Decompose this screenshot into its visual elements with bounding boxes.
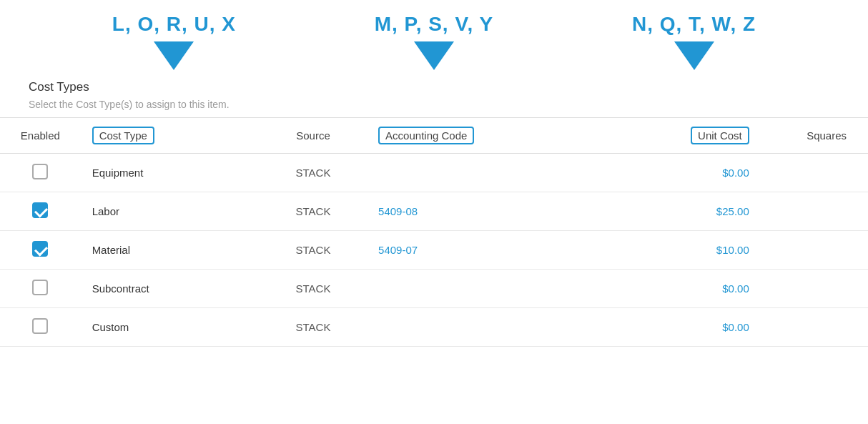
checkbox-row-custom[interactable] (32, 318, 48, 334)
header-cost-type: Cost Type (81, 118, 260, 154)
table-row: LaborSTACK5409-08$25.00 (0, 192, 868, 231)
cell-accounting-row-subcontract (367, 270, 617, 308)
section-title: Cost Types (0, 70, 868, 97)
checkbox-row-labor[interactable] (32, 202, 48, 218)
table-row: EquipmentSTACK$0.00 (0, 154, 868, 192)
cost-table-wrapper: Enabled Cost Type Source Accounting Code… (0, 117, 868, 347)
cell-source-row-equipment: STACK (260, 154, 367, 192)
arrow-group-nqtwz: N, Q, T, W, Z (632, 13, 756, 70)
cell-accounting-row-custom (367, 308, 617, 347)
cell-unit-cost-row-material: $10.00 (618, 231, 761, 270)
checkbox-row-material[interactable] (32, 241, 48, 257)
section-subtitle: Select the Cost Type(s) to assign to thi… (0, 97, 868, 117)
cell-cost-type-row-custom: Custom (81, 308, 260, 347)
cell-accounting-row-labor[interactable]: 5409-08 (367, 192, 617, 231)
cell-source-row-custom: STACK (260, 308, 367, 347)
table-row: CustomSTACK$0.00 (0, 308, 868, 347)
arrow-down-nqtwz (674, 41, 714, 70)
table-header-row: Enabled Cost Type Source Accounting Code… (0, 118, 868, 154)
cell-squares-row-custom (761, 308, 868, 347)
cell-squares-row-subcontract (761, 270, 868, 308)
unit-cost-boxed-header: Unit Cost (691, 127, 749, 144)
checkbox-row-equipment[interactable] (32, 164, 48, 179)
cell-unit-cost-row-subcontract: $0.00 (618, 270, 761, 308)
cell-unit-cost-row-labor: $25.00 (618, 192, 761, 231)
cell-cost-type-row-subcontract: Subcontract (81, 270, 260, 308)
cell-unit-cost-row-custom: $0.00 (618, 308, 761, 347)
arrow-group-mpsvy: M, P, S, V, Y (375, 13, 494, 70)
cost-type-boxed-header: Cost Type (92, 127, 154, 144)
checkbox-row-subcontract[interactable] (32, 280, 48, 295)
arrow-label-mpsvy: M, P, S, V, Y (375, 13, 494, 36)
arrow-down-mpsvy (414, 41, 454, 70)
arrow-label-lourux: L, O, R, U, X (112, 13, 236, 36)
cell-cost-type-row-labor: Labor (81, 192, 260, 231)
page-wrapper: L, O, R, U, X M, P, S, V, Y N, Q, T, W, … (0, 0, 868, 347)
cell-accounting-row-material[interactable]: 5409-07 (367, 231, 617, 270)
cell-enabled-row-material (0, 231, 81, 270)
cell-enabled-row-custom (0, 308, 81, 347)
header-source: Source (260, 118, 367, 154)
cell-accounting-row-equipment (367, 154, 617, 192)
arrow-label-nqtwz: N, Q, T, W, Z (632, 13, 756, 36)
cell-cost-type-row-equipment: Equipment (81, 154, 260, 192)
cell-source-row-subcontract: STACK (260, 270, 367, 308)
arrow-down-lourux (154, 41, 194, 70)
header-unit-cost: Unit Cost (618, 118, 761, 154)
header-accounting-code: Accounting Code (367, 118, 617, 154)
header-enabled: Enabled (0, 118, 81, 154)
cell-enabled-row-subcontract (0, 270, 81, 308)
cost-table: Enabled Cost Type Source Accounting Code… (0, 117, 868, 347)
accounting-code-boxed-header: Accounting Code (378, 127, 474, 144)
cell-squares-row-labor (761, 192, 868, 231)
cell-source-row-labor: STACK (260, 192, 367, 231)
arrow-labels-row: L, O, R, U, X M, P, S, V, Y N, Q, T, W, … (0, 0, 868, 70)
arrow-group-lourux: L, O, R, U, X (112, 13, 236, 70)
cell-squares-row-equipment (761, 154, 868, 192)
cell-squares-row-material (761, 231, 868, 270)
cell-source-row-material: STACK (260, 231, 367, 270)
header-squares: Squares (761, 118, 868, 154)
cell-enabled-row-equipment (0, 154, 81, 192)
cell-enabled-row-labor (0, 192, 81, 231)
table-row: MaterialSTACK5409-07$10.00 (0, 231, 868, 270)
cell-cost-type-row-material: Material (81, 231, 260, 270)
cell-unit-cost-row-equipment: $0.00 (618, 154, 761, 192)
table-row: SubcontractSTACK$0.00 (0, 270, 868, 308)
